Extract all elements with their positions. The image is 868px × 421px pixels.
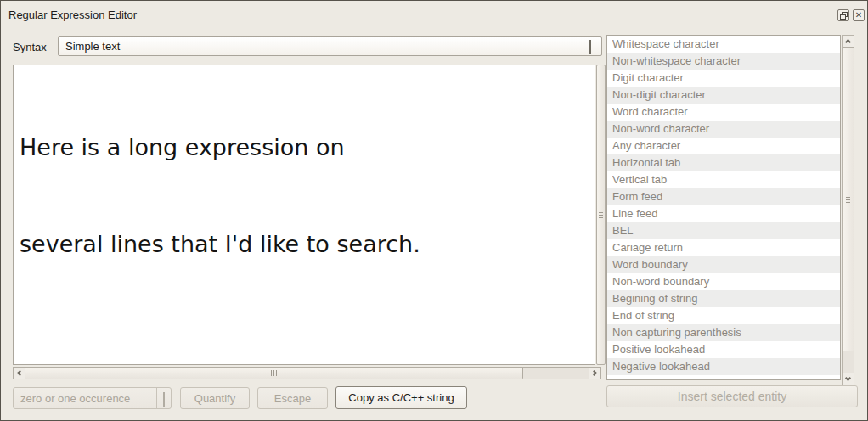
vertical-scrollbar-thumb[interactable] [843, 48, 854, 351]
occurrence-combobox[interactable]: zero or one occurence [13, 387, 172, 409]
scrollbar-grip-icon [846, 199, 850, 200]
window-title: Regular Expression Editor [8, 8, 137, 21]
scroll-right-button[interactable] [589, 368, 600, 379]
list-item[interactable]: Horizontal tab [607, 154, 840, 171]
scrollbar-grip-icon [273, 370, 274, 376]
scroll-down-button[interactable] [843, 373, 854, 385]
list-item[interactable]: Begining of string [607, 290, 840, 307]
list-item[interactable]: Negative lookahead [607, 358, 840, 375]
syntax-combobox[interactable]: Simple text [58, 36, 602, 56]
list-item[interactable]: Whitespace character [607, 36, 840, 53]
scrollbar-grip-icon [599, 215, 603, 216]
list-item[interactable]: Non capturing parenthesis [607, 324, 840, 341]
list-item[interactable]: Positive lookbehind [607, 375, 840, 380]
list-item[interactable]: Word character [607, 104, 840, 121]
editor-text: Here is a long expression on several lin… [14, 65, 595, 365]
close-icon: ✕ [855, 11, 862, 20]
list-item[interactable]: End of string [607, 307, 840, 324]
syntax-selected-value: Simple text [65, 40, 120, 53]
editor-vertical-scrollbar[interactable] [596, 65, 606, 365]
list-item[interactable]: BEL [607, 222, 840, 239]
list-item[interactable]: Vertical tab [607, 171, 840, 188]
list-item[interactable]: Line feed [607, 205, 840, 222]
editor-line: several lines that I'd like to search. [20, 228, 595, 261]
expression-editor[interactable]: Here is a long expression on several lin… [13, 65, 595, 365]
list-item[interactable]: Word boundary [607, 256, 840, 273]
chevron-down-icon [589, 40, 595, 53]
insert-button-label: Insert selected entity [678, 390, 786, 403]
regex-editor-window: Regular Expression Editor ✕ Syntax Simpl… [0, 0, 868, 421]
list-item[interactable]: Form feed [607, 188, 840, 205]
escape-button[interactable]: Escape [257, 387, 328, 409]
chevron-down-icon [845, 375, 851, 381]
editor-horizontal-scrollbar[interactable] [13, 367, 601, 379]
scrollbar-grip-icon [846, 202, 850, 203]
escape-button-label: Escape [274, 392, 311, 405]
list-item[interactable]: Non-word character [607, 121, 840, 138]
quantify-button[interactable]: Quantify [180, 387, 250, 409]
occurrence-selected-value: zero or one occurence [20, 392, 130, 405]
close-window-button[interactable]: ✕ [853, 9, 865, 21]
quantify-button-label: Quantify [194, 392, 235, 405]
entities-list-scrollbar[interactable] [842, 35, 854, 385]
restore-window-button[interactable] [837, 9, 849, 21]
list-item[interactable]: Non-whitespace character [607, 53, 840, 70]
list-item[interactable]: Digit character [607, 70, 840, 87]
copy-as-c-string-button[interactable]: Copy as C/C++ string [335, 386, 467, 409]
scrollbar-grip-icon [276, 370, 277, 376]
scroll-left-button[interactable] [14, 368, 25, 379]
syntax-label: Syntax [13, 41, 47, 53]
insert-selected-entity-button[interactable]: Insert selected entity [606, 385, 858, 407]
list-item[interactable]: Positive lookahead [607, 341, 840, 358]
editor-line [20, 325, 595, 357]
scrollbar-grip-icon [599, 217, 603, 218]
scrollbar-grip-icon [846, 197, 850, 198]
list-item[interactable]: Cariage return [607, 239, 840, 256]
chevron-up-icon [845, 39, 851, 45]
editor-line: Here is a long expression on [20, 132, 595, 164]
list-item[interactable]: Non-word boundary [607, 273, 840, 290]
scrollbar-grip-icon [271, 370, 272, 376]
chevron-down-icon [157, 392, 171, 405]
titlebar: Regular Expression Editor ✕ [1, 1, 867, 26]
restore-icon [839, 11, 848, 20]
regex-entities-list[interactable]: Whitespace character Non-whitespace char… [606, 35, 841, 380]
copy-button-label: Copy as C/C++ string [348, 391, 454, 404]
scrollbar-grip-icon [599, 212, 603, 213]
horizontal-scrollbar-thumb[interactable] [25, 368, 523, 379]
scroll-up-button[interactable] [843, 36, 854, 48]
chevron-right-icon [591, 370, 597, 376]
chevron-left-icon [17, 370, 23, 376]
list-item[interactable]: Non-digit character [607, 87, 840, 104]
list-item[interactable]: Any character [607, 138, 840, 154]
